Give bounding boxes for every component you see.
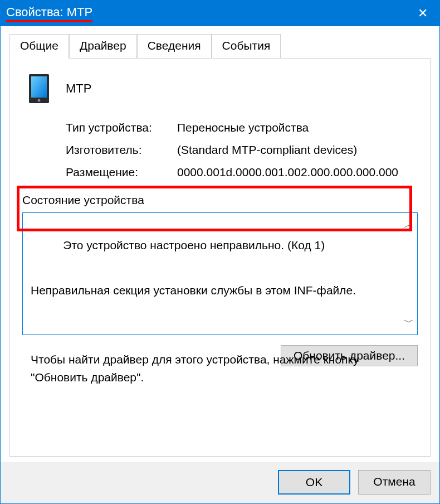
client-area: Общие Драйвер Сведения События <box>1 26 439 462</box>
tab-body-general: MTP Тип устройства: Переносные устройств… <box>9 59 431 457</box>
titlebar: Свойства: MTP ✕ <box>1 1 439 26</box>
device-status-textbox[interactable]: Это устройство настроено неправильно. (К… <box>22 212 418 335</box>
prop-label-mfg: Изготовитель: <box>66 143 177 157</box>
device-header: MTP <box>22 72 418 105</box>
tab-general-label: Общие <box>20 39 58 52</box>
device-properties: Тип устройства: Переносные устройства Из… <box>66 121 418 179</box>
tab-details-label: Сведения <box>148 39 201 52</box>
device-status-group: Состояние устройства Это устройство наст… <box>22 193 418 335</box>
svg-rect-2 <box>31 76 47 98</box>
scroll-up-icon[interactable]: ︿ <box>404 217 414 232</box>
ok-button[interactable]: OK <box>278 470 350 495</box>
tab-driver-label: Драйвер <box>80 39 126 52</box>
scroll-down-icon[interactable]: ﹀ <box>404 315 414 330</box>
tab-events[interactable]: События <box>212 34 281 58</box>
close-icon: ✕ <box>418 6 428 21</box>
dialog-footer: OK Отмена <box>1 462 439 503</box>
prop-value-type: Переносные устройства <box>177 121 418 134</box>
status-line-2: Неправильная секция установки службы в э… <box>31 282 409 299</box>
tab-strip: Общие Драйвер Сведения События <box>9 34 431 59</box>
prop-row-type: Тип устройства: Переносные устройства <box>66 121 418 134</box>
prop-label-loc: Размещение: <box>66 166 177 179</box>
ok-label: OK <box>306 476 322 488</box>
prop-value-mfg: (Standard MTP-compliant devices) <box>177 143 418 157</box>
cancel-button[interactable]: Отмена <box>358 470 431 495</box>
tab-details[interactable]: Сведения <box>137 34 212 58</box>
properties-dialog: Свойства: MTP ✕ Общие Драйвер Сведения С… <box>0 0 440 504</box>
cancel-label: Отмена <box>373 475 415 488</box>
prop-row-mfg: Изготовитель: (Standard MTP-compliant de… <box>66 143 418 157</box>
status-line-1: Это устройство настроено неправильно. (К… <box>63 239 325 251</box>
tab-general[interactable]: Общие <box>9 34 69 59</box>
svg-point-3 <box>38 99 41 102</box>
tab-events-label: События <box>222 39 271 52</box>
window-title: Свойства: MTP <box>6 5 92 22</box>
device-icon <box>26 72 52 105</box>
device-status-label: Состояние устройства <box>22 193 418 207</box>
close-button[interactable]: ✕ <box>406 1 439 26</box>
prop-value-loc: 0000.001d.0000.001.002.000.000.000.000 <box>177 166 418 179</box>
tab-driver[interactable]: Драйвер <box>69 34 137 58</box>
status-line-3: Чтобы найти драйвер для этого устройства… <box>31 351 409 386</box>
device-name: MTP <box>66 81 91 96</box>
prop-label-type: Тип устройства: <box>66 121 177 134</box>
prop-row-loc: Размещение: 0000.001d.0000.001.002.000.0… <box>66 166 418 179</box>
